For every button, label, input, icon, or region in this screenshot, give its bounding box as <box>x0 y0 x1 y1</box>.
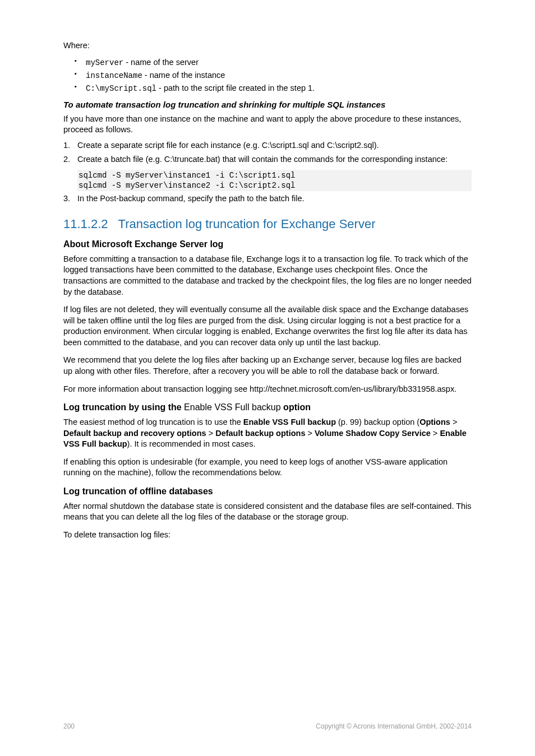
bold-text: Volume Shadow Copy Service <box>315 429 431 438</box>
list-text: Create a batch file (e.g. C:\truncate.ba… <box>77 155 448 164</box>
bold-text: Enable VSS Full backup <box>243 418 336 426</box>
code-inline: C:\myScript.sql <box>86 84 156 93</box>
where-list: myServer - name of the server instanceNa… <box>75 56 472 95</box>
numbered-list: Create a separate script file for each i… <box>63 140 472 165</box>
paragraph: For more information about transaction l… <box>63 384 472 395</box>
text-span: ). It is recommended in most cases. <box>127 439 256 448</box>
paragraph: After normal shutdown the database state… <box>63 501 472 523</box>
list-text: In the Post-backup command, specify the … <box>77 194 305 203</box>
text-span: > <box>450 418 458 426</box>
paragraph: If enabling this option is undesirable (… <box>63 457 472 479</box>
section-heading: 11.1.2.2Transaction log truncation for E… <box>63 217 472 231</box>
subheading-part: Log truncation by using the <box>63 402 184 412</box>
subheading-part: Enable VSS Full backup <box>184 402 281 412</box>
list-text: - path to the script file created in the… <box>156 84 315 92</box>
section-number: 11.1.2.2 <box>63 217 108 231</box>
bold-text: Options <box>419 418 450 426</box>
list-item: Create a separate script file for each i… <box>63 140 472 151</box>
list-item: myServer - name of the server <box>75 56 472 69</box>
text-span: (p. 99) backup option ( <box>336 418 419 426</box>
list-item: Create a batch file (e.g. C:\truncate.ba… <box>63 154 472 165</box>
text-span: > <box>431 429 440 438</box>
copyright-text: Copyright © Acronis International GmbH, … <box>316 722 472 730</box>
section-title: Transaction log truncation for Exchange … <box>118 217 376 231</box>
subheading: About Microsoft Exchange Server log <box>63 239 472 249</box>
page-footer: 200 Copyright © Acronis International Gm… <box>63 722 472 730</box>
paragraph: If log files are not deleted, they will … <box>63 304 472 348</box>
paragraph: If you have more than one instance on th… <box>63 114 472 136</box>
list-text: - name of the server <box>123 58 199 67</box>
where-label: Where: <box>63 40 472 52</box>
subheading: Log truncation of offline databases <box>63 486 472 497</box>
code-inline: instanceName <box>86 71 142 80</box>
bold-text: Default backup options <box>215 429 305 438</box>
paragraph: To delete transaction log files: <box>63 530 472 541</box>
subheading-part: option <box>281 402 311 412</box>
bold-text: Default backup and recovery options <box>63 429 206 438</box>
text-span: > <box>305 429 315 438</box>
text-span: The easiest method of log truncation is … <box>63 418 243 426</box>
subheading: Log truncation by using the Enable VSS F… <box>63 402 472 412</box>
paragraph: The easiest method of log truncation is … <box>63 417 472 450</box>
text-span: > <box>206 429 216 438</box>
code-block: sqlcmd -S myServer\instance1 -i C:\scrip… <box>77 170 472 191</box>
page-number: 200 <box>63 722 75 730</box>
list-text: Create a separate script file for each i… <box>77 141 379 150</box>
subsection-heading: To automate transaction log truncation a… <box>63 100 472 109</box>
paragraph: Before committing a transaction to a dat… <box>63 254 472 298</box>
numbered-list-cont: In the Post-backup command, specify the … <box>63 193 472 205</box>
list-item: In the Post-backup command, specify the … <box>63 193 472 205</box>
list-text: - name of the instance <box>142 71 225 80</box>
code-inline: myServer <box>86 58 123 67</box>
paragraph: We recommend that you delete the log fil… <box>63 355 472 377</box>
list-item: instanceName - name of the instance <box>75 69 472 82</box>
list-item: C:\myScript.sql - path to the script fil… <box>75 82 472 95</box>
